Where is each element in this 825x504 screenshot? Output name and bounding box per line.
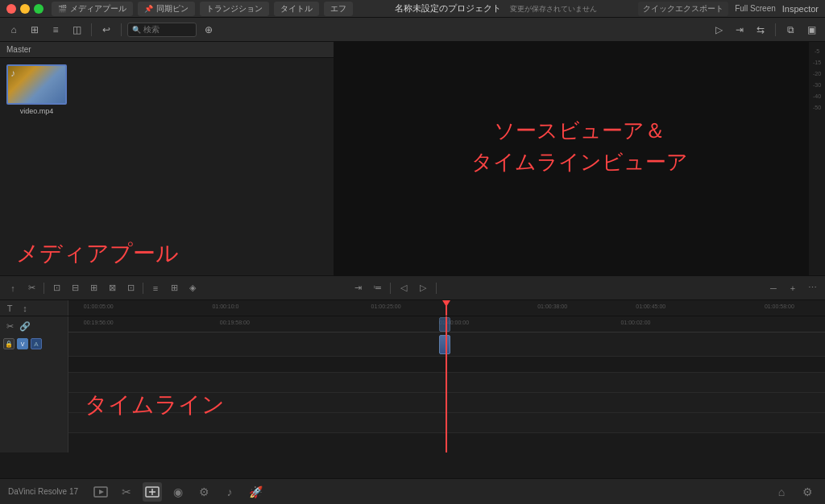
sync-pin-icon: 📌 [144, 5, 153, 13]
master-label: Master [6, 45, 31, 54]
ruler-mark-3: 01:00:25:00 [371, 304, 401, 309]
tl-settings-icon[interactable]: ⋯ [804, 280, 820, 296]
tl-zoom-in-icon[interactable]: + [785, 280, 801, 296]
media-item-video[interactable]: ♪ video.mp4 [6, 64, 67, 115]
ruler-mark-5: 01:00:45:00 [636, 304, 665, 309]
close-button[interactable] [6, 4, 16, 14]
tl-marker-icon[interactable]: ◈ [184, 280, 201, 296]
ruler2-mark-4: 01:00:02:00 [620, 320, 650, 325]
audio-note-icon: ♪ [10, 68, 15, 79]
bottom-edit-icon[interactable] [143, 482, 162, 502]
toolbar-viewer2-icon[interactable]: ▣ [802, 21, 820, 39]
toolbar-insert-icon[interactable]: ⇥ [731, 21, 748, 39]
tl-text-tool[interactable]: T [3, 302, 16, 315]
tl-prev-edit-icon[interactable]: ◁ [396, 280, 412, 296]
tl-link-tool[interactable]: 🔗 [19, 320, 31, 333]
toolbar-replace-icon[interactable]: ⇆ [752, 21, 769, 39]
bottom-color-icon[interactable]: ⚙ [194, 482, 214, 502]
bottom-home-icon[interactable]: ⌂ [772, 482, 791, 502]
tl-zoom-out-icon[interactable]: ─ [765, 280, 781, 296]
toolbar-home-icon[interactable]: ⌂ [5, 21, 23, 39]
track-lock-btn[interactable]: 🔒 [3, 338, 15, 349]
tab-transition[interactable]: トランジション [200, 2, 269, 16]
tl-trim-icon[interactable]: ⊟ [67, 280, 83, 296]
bottom-fusion-icon[interactable]: ◉ [168, 482, 188, 502]
tab-sync-pin[interactable]: 📌 同期ピン [138, 2, 195, 16]
track-ctrl-row1: 🔒 V A [3, 336, 42, 352]
tl-ripple-icon[interactable]: ⊞ [85, 280, 102, 296]
scale-mark-20: -20 [813, 68, 821, 79]
fullscreen-button[interactable] [34, 4, 44, 14]
toolbar-search-box[interactable]: 🔍 [127, 23, 197, 37]
tl-list-icon[interactable]: ≡ [147, 280, 164, 296]
tl-arrow-icon[interactable]: ↑ [5, 280, 21, 296]
scale-mark-40: -40 [813, 90, 821, 101]
playhead-ruler [446, 300, 447, 316]
unsaved-indicator: 変更が保存されていません [510, 5, 597, 13]
playhead-empty3 [446, 413, 447, 432]
toolbar-grid-icon[interactable]: ⊞ [26, 21, 44, 39]
app-name-label: DaVinci Resolve 17 [8, 487, 78, 496]
toolbar-meta-icon[interactable]: ◫ [68, 21, 85, 39]
tl-next-edit-icon[interactable]: ▷ [415, 280, 431, 296]
ruler2-mark-2: 00:19:58:00 [220, 320, 250, 325]
playhead-empty1 [446, 373, 447, 392]
tl-snip-icon[interactable]: ⊡ [48, 280, 64, 296]
tl-grid-icon[interactable]: ⊞ [166, 280, 182, 296]
tl-sep2 [143, 283, 143, 294]
toolbar-list-icon[interactable]: ≡ [47, 21, 64, 39]
quick-export-button[interactable]: クイックエクスポート [638, 2, 728, 16]
bottom-bar: DaVinci Resolve 17 ✂ ◉ ⚙ ♪ 🚀 ⌂ ⚙ [0, 478, 825, 504]
bottom-fairlight-icon[interactable]: ♪ [220, 482, 239, 502]
track-audio-btn[interactable]: A [31, 338, 42, 349]
search-label: 🔍 [132, 26, 141, 34]
tl-left-tools: T ↕ [0, 300, 68, 316]
search-input[interactable] [143, 25, 192, 34]
ruler-mark-2: 01:00:10:0 [212, 304, 238, 309]
tab-title[interactable]: タイトル [274, 2, 319, 16]
track-v1-btn[interactable]: V [17, 338, 28, 349]
tl-arrow-tool[interactable]: ↕ [19, 302, 31, 315]
media-pool-big-label: メディアプール [16, 238, 179, 269]
tl-overwrite-icon[interactable]: ≔ [369, 280, 385, 296]
playhead-empty2 [446, 393, 447, 412]
tl-sep3 [390, 283, 391, 294]
media-pool-area: ♪ video.mp4 メディアプール [0, 58, 334, 301]
tl-slip-icon[interactable]: ⊠ [104, 280, 120, 296]
tab-effects[interactable]: エフ [324, 2, 353, 16]
timeline-big-label: タイムライン [85, 390, 225, 420]
fullscreen-label[interactable]: Full Screen [735, 4, 776, 13]
track-controls: ✂ 🔗 🔒 V A [0, 316, 68, 452]
svg-marker-1 [99, 490, 104, 494]
viewer-big-label: ソースビューア＆タイムラインビューア [471, 115, 688, 178]
title-tab-label: タイトル [280, 3, 313, 14]
minimize-button[interactable] [20, 4, 30, 14]
traffic-lights [6, 4, 44, 14]
audio-track-lane [68, 357, 825, 373]
tl-insert-icon[interactable]: ⇥ [350, 280, 366, 296]
toolbar-clip-icon[interactable]: ▷ [710, 21, 728, 39]
tl-cut-tool[interactable]: ✂ [3, 320, 16, 333]
toolbar-add-icon[interactable]: ⊕ [200, 21, 218, 39]
bottom-media-icon[interactable] [91, 482, 110, 502]
media-pool-header: Master [0, 42, 334, 58]
tl-tool-row2: T ↕ 01:00:05:00 01:00:10:0 01:00:25:00 0… [0, 300, 825, 316]
bottom-cut-icon[interactable]: ✂ [117, 482, 136, 502]
viewer-panel: ソースビューア＆タイムラインビューア -5 -15 -20 -30 -40 -5… [334, 42, 825, 301]
viewer-area: ソースビューア＆タイムラインビューア -5 -15 -20 -30 -40 -5… [334, 42, 825, 277]
timeline-toolbar: ↑ ✂ ⊡ ⊟ ⊞ ⊠ ⊡ ≡ ⊞ ◈ ⇥ ≔ ◁ ▷ ─ [0, 276, 825, 300]
inspector-label[interactable]: Inspector [782, 4, 819, 14]
tl-cut-icon[interactable]: ✂ [23, 280, 39, 296]
media-pool-tab-label: メディアプール [70, 3, 126, 14]
tl-ruler-top: 01:00:05:00 01:00:10:0 01:00:25:00 01:00… [68, 300, 825, 316]
toolbar-viewer-icon[interactable]: ⧉ [781, 21, 799, 39]
tab-media-pool[interactable]: 🎬 メディアプール [52, 2, 133, 16]
media-pool-panel: Master ♪ video.mp4 メディアプール [0, 42, 334, 301]
tl-dynamic-icon[interactable]: ⊡ [122, 280, 139, 296]
title-right-controls: クイックエクスポート Full Screen Inspector [638, 2, 819, 16]
toolbar-undo-icon[interactable]: ↩ [97, 21, 115, 39]
bottom-settings-icon[interactable]: ⚙ [798, 482, 817, 502]
timeline-canvas: 00:19:56:00 00:19:58:00 01:40:00:00 01:0… [68, 316, 825, 452]
timeline-section: ↑ ✂ ⊡ ⊟ ⊞ ⊠ ⊡ ≡ ⊞ ◈ ⇥ ≔ ◁ ▷ ─ [0, 275, 825, 452]
bottom-deliver-icon[interactable]: 🚀 [246, 482, 265, 502]
